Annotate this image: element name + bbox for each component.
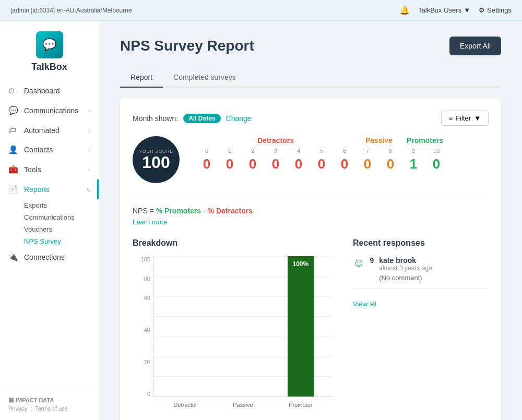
bar-promoter-value: 100% [292,260,309,268]
num-col-4: 4 0 [287,148,310,172]
settings-menu[interactable]: ⚙ Settings [479,6,512,14]
response-info: kate brook almost 3 years ago (No commen… [379,256,432,282]
reports-icon: 📄 [8,185,19,194]
sidebar-subitem-communications[interactable]: Communications [0,211,99,223]
logo-icon: 💬 [36,31,63,58]
passive-group: Passive 7 0 8 0 [356,136,402,172]
filter-chevron-icon: ▼ [474,114,481,122]
tab-report[interactable]: Report [120,68,163,88]
sidebar-subitem-exports[interactable]: Exports [0,199,99,211]
recent-responses-title: Recent responses [353,238,489,248]
filter-label: Filter [456,114,471,122]
response-divider [353,288,489,289]
impact-data-logo: ▦ IMPACT DATA [8,397,90,403]
response-smiley-icon: ☺ [353,256,364,270]
chevron-down-icon: ∨ [86,186,90,193]
filter-icon: ≡ [449,114,453,122]
num-col-10: 10 0 [425,148,448,172]
automated-icon: 🏷 [8,126,19,135]
sidebar-item-contacts[interactable]: 👤 Contacts ‹ [0,140,99,160]
response-time: almost 3 years ago [379,265,432,272]
export-all-button[interactable]: Export All [449,37,501,55]
tab-completed-surveys[interactable]: Completed surveys [163,68,246,88]
topbar-actions: 🔔 TalkBox Users ▼ ⚙ Settings [399,5,512,15]
bar-passive-label: Passive [233,402,253,408]
sidebar-item-label: Tools [24,165,88,174]
sidebar-item-label: Dashboard [24,87,90,95]
terms-link[interactable]: Terms of use [35,405,68,412]
topbar: [admin |id:6034] en-AU:Australia/Melbour… [0,0,522,21]
view-all-link[interactable]: View all [353,300,376,308]
chevron-right-icon: ‹ [88,166,90,173]
passive-header: Passive [356,136,402,145]
sidebar-item-label: Automated [24,126,88,135]
num-col-8: 8 0 [379,148,402,172]
sidebar-item-communications[interactable]: 💬 Communications ‹ [0,101,99,121]
sidebar-subitem-vouchers[interactable]: Vouchers [0,223,99,235]
num-col-1: 1 0 [218,148,241,172]
recent-responses-col: Recent responses ☺ 9 kate brook almost 3… [353,238,489,413]
bar-promoter-bar: 100% [288,256,314,397]
month-shown-label: Month shown: [133,114,178,123]
sidebar: 💬 TalkBox ⊙ Dashboard 💬 Communications ‹… [0,21,99,420]
talkbox-users-label: TalkBox Users [418,6,461,14]
response-name: kate brook [379,256,432,265]
score-section: YOUR SCORE 100 Detractors 0 0 [133,136,489,183]
admin-info: [admin |id:6034] en-AU:Australia/Melbour… [10,7,132,14]
settings-gear-icon: ⚙ [479,6,485,14]
impact-brand-label: IMPACT DATA [16,397,54,403]
contacts-icon: 👤 [8,145,19,154]
sidebar-item-dashboard[interactable]: ⊙ Dashboard [0,81,99,101]
promoters-header: Promoters [402,136,448,145]
page-title: NPS Survey Report [120,38,254,54]
sidebar-item-tools[interactable]: 🧰 Tools ‹ [0,160,99,179]
chevron-right-icon: ‹ [88,147,90,153]
privacy-link[interactable]: Privacy [8,405,27,412]
page-header: NPS Survey Report Export All [120,37,501,55]
bar-detractor-label: Detractor [174,402,197,408]
communications-icon: 💬 [8,106,19,115]
bar-promoter: 100% Promoter [280,256,322,397]
num-col-7: 7 0 [356,148,379,172]
nps-formula: NPS = % Promoters - % Detractors [133,207,489,215]
sidebar-item-connections[interactable]: 🔌 Connections [0,247,99,267]
users-chevron-icon: ▼ [464,6,470,14]
main-content: NPS Survey Report Export All Report Comp… [99,21,522,420]
sidebar-item-reports[interactable]: 📄 Reports ∨ [0,179,99,199]
tab-bar: Report Completed surveys [120,68,501,88]
nps-detractors-text: % Detractors [208,207,253,215]
sidebar-item-label: Contacts [24,146,88,154]
sidebar-item-label: Communications [24,106,88,115]
bar-promoter-label: Promoter [289,402,312,408]
detractors-group: Detractors 0 0 1 0 [195,136,356,172]
change-link[interactable]: Change [226,114,252,123]
promoters-numbers: 9 1 10 0 [402,148,448,172]
two-col-section: Breakdown 100 80 60 40 20 0 [133,238,489,413]
logo-text: TalkBox [31,62,67,73]
logo-speech-bubble: 💬 [42,38,56,52]
learn-more-link[interactable]: Learn more [133,218,489,226]
num-col-6: 6 0 [333,148,356,172]
sidebar-item-label: Reports [24,185,86,194]
sidebar-item-label: Connections [24,253,90,261]
response-score: 9 [370,256,374,265]
num-col-3: 3 0 [264,148,287,172]
chart-y-labels: 100 80 60 40 20 0 [133,256,153,397]
score-categories: Detractors 0 0 1 0 [195,136,489,172]
month-shown-left: Month shown: All Dates Change [133,114,252,123]
talkbox-users-menu[interactable]: TalkBox Users ▼ [418,6,470,14]
sidebar-item-automated[interactable]: 🏷 Automated ‹ [0,121,99,140]
month-shown-row: Month shown: All Dates Change ≡ Filter ▼ [133,111,489,126]
tools-icon: 🧰 [8,165,19,174]
nps-promoters-text: % Promoters [156,207,201,215]
connections-icon: 🔌 [8,253,19,262]
bell-icon[interactable]: 🔔 [399,5,410,15]
filter-button[interactable]: ≡ Filter ▼ [441,111,489,126]
divider [133,196,489,196]
sidebar-subitem-nps-survey[interactable]: NPS Survey [0,235,99,247]
num-col-0: 0 0 [195,148,218,172]
promoters-group: Promoters 9 1 10 0 [402,136,448,172]
footer-links: Privacy | Terms of use [8,405,90,412]
breakdown-col: Breakdown 100 80 60 40 20 0 [133,238,332,413]
bar-passive: Passive [222,256,264,397]
